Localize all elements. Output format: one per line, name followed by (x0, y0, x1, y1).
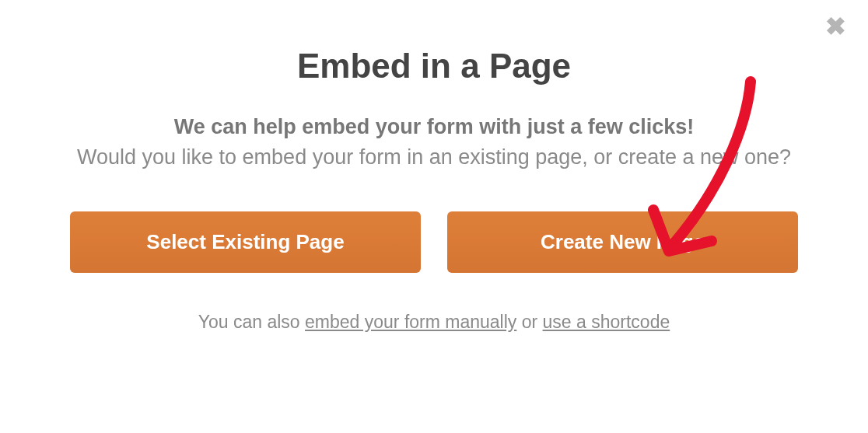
embed-manually-link[interactable]: embed your form manually (305, 312, 516, 332)
embed-modal: ✖ Embed in a Page We can help embed your… (0, 0, 868, 433)
button-row: Select Existing Page Create New Page (62, 211, 806, 273)
footer-separator: or (516, 312, 542, 332)
create-new-page-button[interactable]: Create New Page (447, 211, 798, 273)
modal-title: Embed in a Page (62, 47, 806, 86)
select-existing-page-button[interactable]: Select Existing Page (70, 211, 421, 273)
modal-subtitle: We can help embed your form with just a … (62, 112, 806, 173)
use-shortcode-link[interactable]: use a shortcode (543, 312, 670, 332)
subtitle-bold-text: We can help embed your form with just a … (174, 115, 695, 138)
footer-prefix: You can also (198, 312, 305, 332)
close-icon[interactable]: ✖ (825, 14, 846, 39)
subtitle-plain-text: Would you like to embed your form in an … (77, 145, 791, 169)
footer-text: You can also embed your form manually or… (62, 312, 806, 333)
